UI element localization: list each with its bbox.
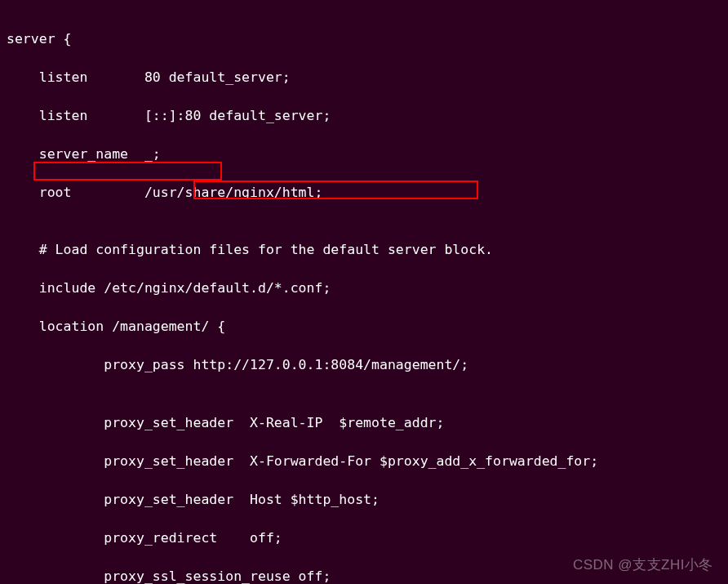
code-line: proxy_pass http://127.0.0.1:8084/managem… (7, 355, 718, 375)
nginx-config-code: server { listen 80 default_server; liste… (0, 0, 728, 584)
code-line: proxy_set_header X-Real-IP $remote_addr; (7, 413, 718, 433)
code-line: server_name _; (7, 145, 718, 164)
code-line: root /usr/share/nginx/html; (7, 183, 718, 203)
code-line: include /etc/nginx/default.d/*.conf; (7, 279, 718, 298)
code-line: proxy_set_header X-Forwarded-For $proxy_… (7, 452, 718, 471)
code-line: listen [::]:80 default_server; (7, 106, 718, 126)
code-line: proxy_set_header Host $http_host; (7, 490, 718, 510)
code-line: server { (7, 29, 718, 49)
code-line: proxy_redirect off; (7, 528, 718, 548)
csdn-watermark: CSDN @支支ZHI小冬 (573, 555, 713, 575)
code-line: location /management/ { (7, 317, 718, 337)
code-line: # Load configuration files for the defau… (7, 240, 718, 260)
code-line: listen 80 default_server; (7, 68, 718, 87)
highlight-box-location (33, 162, 222, 181)
